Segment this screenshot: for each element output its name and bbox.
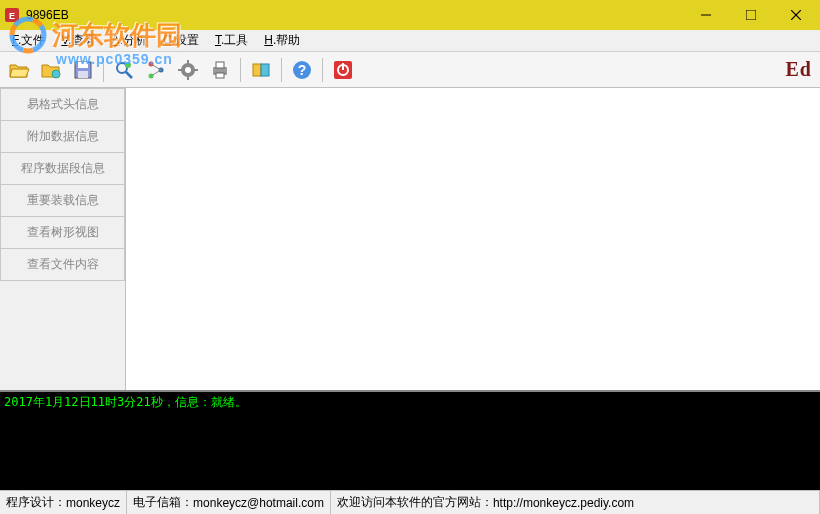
statusbar: 程序设计：monkeycz 电子信箱：monkeycz@hotmail.com … bbox=[0, 490, 820, 514]
status-website: 欢迎访问本软件的官方网站：http://monkeycz.pediy.com bbox=[331, 491, 820, 514]
main-area: 易格式头信息 附加数据信息 程序数据段信息 重要装载信息 查看树形视图 查看文件… bbox=[0, 88, 820, 390]
open-file-icon[interactable] bbox=[4, 55, 34, 85]
toolbar-separator bbox=[322, 58, 323, 82]
print-icon[interactable] bbox=[205, 55, 235, 85]
svg-point-14 bbox=[125, 62, 131, 68]
svg-rect-30 bbox=[261, 64, 269, 76]
svg-rect-23 bbox=[187, 76, 189, 80]
toolbar-separator bbox=[240, 58, 241, 82]
tree-icon[interactable] bbox=[141, 55, 171, 85]
svg-rect-27 bbox=[216, 62, 224, 68]
sidebar-tab-extra-data[interactable]: 附加数据信息 bbox=[0, 120, 125, 153]
svg-point-8 bbox=[52, 70, 60, 78]
status-email: 电子信箱：monkeycz@hotmail.com bbox=[127, 491, 331, 514]
analyze-icon[interactable] bbox=[109, 55, 139, 85]
sidebar-tab-tree-view[interactable]: 查看树形视图 bbox=[0, 216, 125, 249]
plugin-icon[interactable] bbox=[246, 55, 276, 85]
svg-text:E: E bbox=[9, 11, 15, 21]
sidebar-tab-data-section[interactable]: 程序数据段信息 bbox=[0, 152, 125, 185]
window-title: 9896EB bbox=[26, 8, 683, 22]
save-icon[interactable] bbox=[68, 55, 98, 85]
toolbar-separator bbox=[281, 58, 282, 82]
sidebar-tab-header-info[interactable]: 易格式头信息 bbox=[0, 88, 125, 121]
status-author: 程序设计：monkeycz bbox=[0, 491, 127, 514]
svg-rect-24 bbox=[178, 69, 182, 71]
menu-tools[interactable]: T.工具 bbox=[207, 30, 256, 51]
sidebar-tab-load-info[interactable]: 重要装载信息 bbox=[0, 184, 125, 217]
svg-rect-5 bbox=[746, 10, 756, 20]
help-icon[interactable]: ? bbox=[287, 55, 317, 85]
console-line: 2017年1月12日11时3分21秒，信息：就绪。 bbox=[4, 394, 816, 411]
menu-help[interactable]: H.帮助 bbox=[256, 30, 308, 51]
menu-view[interactable]: V.查看 bbox=[53, 30, 103, 51]
settings-icon[interactable] bbox=[173, 55, 203, 85]
maximize-button[interactable] bbox=[728, 0, 773, 30]
svg-line-13 bbox=[126, 72, 132, 78]
svg-rect-11 bbox=[78, 71, 88, 78]
brand-logo: Ed bbox=[786, 58, 812, 81]
content-pane bbox=[125, 88, 820, 390]
sidebar: 易格式头信息 附加数据信息 程序数据段信息 重要装载信息 查看树形视图 查看文件… bbox=[0, 88, 125, 390]
svg-rect-25 bbox=[194, 69, 198, 71]
power-icon[interactable] bbox=[328, 55, 358, 85]
svg-text:?: ? bbox=[298, 62, 307, 78]
svg-rect-22 bbox=[187, 60, 189, 64]
svg-line-19 bbox=[151, 70, 161, 76]
console-output[interactable]: 2017年1月12日11时3分21秒，信息：就绪。 bbox=[0, 390, 820, 490]
menu-settings[interactable]: C.设置 bbox=[155, 30, 207, 51]
toolbar-separator bbox=[103, 58, 104, 82]
titlebar: E 9896EB bbox=[0, 0, 820, 30]
menu-analyze[interactable]: A.分析 bbox=[104, 30, 155, 51]
svg-rect-29 bbox=[253, 64, 261, 76]
minimize-button[interactable] bbox=[683, 0, 728, 30]
svg-point-21 bbox=[185, 67, 191, 73]
sidebar-tab-file-content[interactable]: 查看文件内容 bbox=[0, 248, 125, 281]
toolbar: ? Ed bbox=[0, 52, 820, 88]
menu-file[interactable]: F.文件 bbox=[4, 30, 53, 51]
open-folder-icon[interactable] bbox=[36, 55, 66, 85]
svg-line-18 bbox=[151, 64, 161, 70]
svg-rect-10 bbox=[78, 62, 88, 68]
svg-rect-28 bbox=[216, 73, 224, 78]
menubar: F.文件 V.查看 A.分析 C.设置 T.工具 H.帮助 bbox=[0, 30, 820, 52]
app-icon: E bbox=[4, 7, 20, 23]
close-button[interactable] bbox=[773, 0, 818, 30]
